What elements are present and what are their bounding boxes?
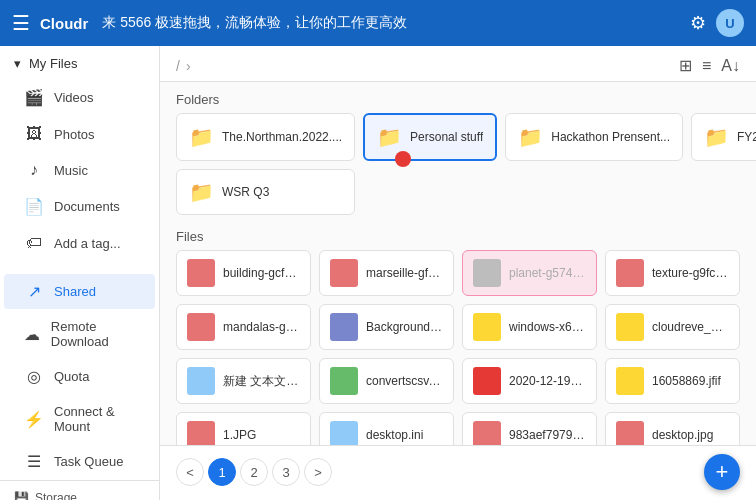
file-thumbnail: [187, 367, 215, 395]
file-thumbnail: [473, 313, 501, 341]
file-item[interactable]: marseille-gf9cdc5ae...: [319, 250, 454, 296]
sidebar: ▾ My Files 🎬 Videos 🖼 Photos ♪ Music 📄 D…: [0, 46, 160, 500]
file-thumbnail: [187, 259, 215, 287]
file-name: 新建 文本文档.txt: [223, 373, 300, 390]
file-item[interactable]: convertscsv.xlsx: [319, 358, 454, 404]
file-name: 2020-12-19-10-46-3...: [509, 374, 586, 388]
file-thumbnail: [330, 367, 358, 395]
file-name: marseille-gf9cdc5ae...: [366, 266, 443, 280]
sort-icon[interactable]: A↓: [721, 57, 740, 75]
files-section-title: Files: [160, 219, 756, 250]
folder-item-hackathon[interactable]: 📁 Hackathon Prensent...: [505, 113, 683, 161]
menu-icon[interactable]: ☰: [12, 11, 30, 35]
file-item-planet[interactable]: planet-g574f7d288_...: [462, 250, 597, 296]
file-item[interactable]: cloudreve_3.5.0_win...: [605, 304, 740, 350]
folder-icon: 📁: [518, 125, 543, 149]
sidebar-item-label: Task Queue: [54, 454, 123, 469]
list-view-icon[interactable]: ≡: [702, 57, 711, 75]
file-item[interactable]: 2020-12-19-10-46-3...: [462, 358, 597, 404]
page-2-button[interactable]: 2: [240, 458, 268, 486]
task-icon: ☰: [24, 452, 44, 471]
folder-name: WSR Q3: [222, 185, 269, 199]
content-header: / › ⊞ ≡ A↓: [160, 46, 756, 82]
breadcrumb-root[interactable]: /: [176, 58, 180, 74]
file-name: texture-g9fc6f2cf9_...: [652, 266, 729, 280]
my-files-label: My Files: [29, 56, 77, 71]
topbar-actions: ⚙ U: [690, 9, 744, 37]
sidebar-item-remote-download[interactable]: ☁ Remote Download: [4, 311, 155, 357]
connect-icon: ⚡: [24, 410, 44, 429]
sidebar-item-label: Music: [54, 163, 88, 178]
sidebar-item-photos[interactable]: 🖼 Photos: [4, 117, 155, 151]
folder-item-wsr[interactable]: 📁 WSR Q3: [176, 169, 355, 215]
file-name: cloudreve_3.5.0_win...: [652, 320, 729, 334]
sidebar-item-videos[interactable]: 🎬 Videos: [4, 80, 155, 115]
folder-item-personal[interactable]: 📁 Personal stuff: [363, 113, 497, 161]
content-area: / › ⊞ ≡ A↓ Folders 📁 The.Northman.2022..…: [160, 46, 756, 500]
file-thumbnail: [616, 367, 644, 395]
file-name: convertscsv.xlsx: [366, 374, 443, 388]
sidebar-item-label: Photos: [54, 127, 94, 142]
grid-view-icon[interactable]: ⊞: [679, 56, 692, 75]
folder-item-fy22[interactable]: 📁 FY22 Budget: [691, 113, 756, 161]
next-page-button[interactable]: >: [304, 458, 332, 486]
promo-banner: 来 5566 极速拖拽，流畅体验，让你的工作更高效: [102, 14, 680, 32]
folder-name: FY22 Budget: [737, 130, 756, 144]
my-files-section[interactable]: ▾ My Files: [0, 46, 159, 79]
sidebar-item-add-tag[interactable]: 🏷 Add a tag...: [4, 226, 155, 260]
file-thumbnail: [473, 367, 501, 395]
sidebar-item-connect-mount[interactable]: ⚡ Connect & Mount: [4, 396, 155, 442]
file-thumbnail: [187, 313, 215, 341]
sidebar-item-label: Add a tag...: [54, 236, 121, 251]
page-3-button[interactable]: 3: [272, 458, 300, 486]
page-1-button[interactable]: 1: [208, 458, 236, 486]
file-item[interactable]: 16058869.jfif: [605, 358, 740, 404]
file-thumbnail: [330, 313, 358, 341]
file-name: mandalas-g236e1b8...: [223, 320, 300, 334]
main-layout: ▾ My Files 🎬 Videos 🖼 Photos ♪ Music 📄 D…: [0, 46, 756, 500]
file-thumbnail: [616, 259, 644, 287]
folder-icon: 📁: [189, 180, 214, 204]
sidebar-item-label: Shared: [54, 284, 96, 299]
sidebar-item-task-queue[interactable]: ☰ Task Queue: [4, 444, 155, 479]
file-item[interactable]: texture-g9fc6f2cf9_...: [605, 250, 740, 296]
folder-icon: 📁: [704, 125, 729, 149]
breadcrumb-separator: ›: [186, 58, 191, 74]
folder-name: Personal stuff: [410, 130, 483, 144]
file-thumbnail: [616, 313, 644, 341]
sidebar-item-label: Connect & Mount: [54, 404, 141, 434]
storage-icon: 💾: [14, 491, 29, 500]
quota-icon: ◎: [24, 367, 44, 386]
tag-icon: 🏷: [24, 234, 44, 252]
file-item[interactable]: Background music c...: [319, 304, 454, 350]
settings-icon[interactable]: ⚙: [690, 12, 706, 34]
sidebar-item-quota[interactable]: ◎ Quota: [4, 359, 155, 394]
file-name: 16058869.jfif: [652, 374, 729, 388]
storage-label-text: Storage: [35, 491, 77, 500]
music-icon: ♪: [24, 161, 44, 179]
folder-grid: 📁 The.Northman.2022.... 📁 Personal stuff…: [160, 113, 756, 219]
video-icon: 🎬: [24, 88, 44, 107]
sidebar-item-label: Documents: [54, 199, 120, 214]
file-item[interactable]: windows-x64-repair-...: [462, 304, 597, 350]
fab-add-button[interactable]: +: [704, 454, 740, 490]
folders-section-title: Folders: [160, 82, 756, 113]
file-name: building-gcf47c333...: [223, 266, 300, 280]
storage-info: 💾 Storage 5.7 GB / 51.0 GB: [0, 480, 159, 500]
prev-page-button[interactable]: <: [176, 458, 204, 486]
cloud-icon: ☁: [24, 325, 41, 344]
page-buttons: < 1 2 3 >: [176, 458, 332, 486]
folder-item[interactable]: 📁 The.Northman.2022....: [176, 113, 355, 161]
user-avatar[interactable]: U: [716, 9, 744, 37]
file-item[interactable]: 新建 文本文档.txt: [176, 358, 311, 404]
file-name: 1.JPG: [223, 428, 300, 442]
sidebar-item-label: Videos: [54, 90, 94, 105]
file-thumbnail: [330, 259, 358, 287]
sidebar-item-label: Remote Download: [51, 319, 141, 349]
file-item[interactable]: mandalas-g236e1b8...: [176, 304, 311, 350]
shared-icon: ↗: [24, 282, 44, 301]
file-item[interactable]: building-gcf47c333...: [176, 250, 311, 296]
sidebar-item-shared[interactable]: ↗ Shared: [4, 274, 155, 309]
sidebar-item-documents[interactable]: 📄 Documents: [4, 189, 155, 224]
sidebar-item-music[interactable]: ♪ Music: [4, 153, 155, 187]
